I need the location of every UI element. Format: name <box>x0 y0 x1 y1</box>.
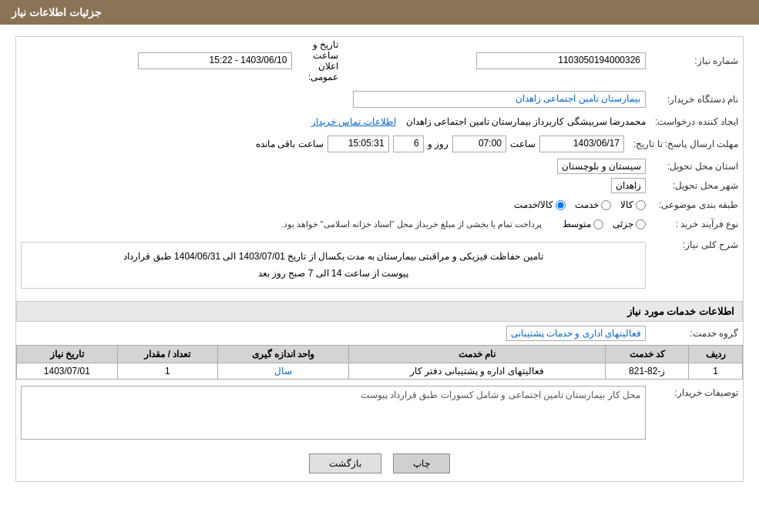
mohlat-ersal-value: 1403/06/17 ساعت 07:00 روز و 6 15:05:31 س… <box>16 133 629 155</box>
page-header: جزئیات اطلاعات نیاز <box>0 0 759 25</box>
radio-jozvi-input[interactable] <box>636 219 646 229</box>
service-table: ردیف کد خدمت نام خدمت واحد اندازه گیری ت… <box>16 345 743 380</box>
saat-value: 07:00 <box>452 136 506 152</box>
radio-kala: کالا <box>620 199 646 210</box>
radio-kala-khedmat: کالا/خدمت <box>514 199 566 210</box>
sharh-value: تامین حفاظت فیزیکی و مراقبتی بیمارستان ب… <box>16 236 650 295</box>
saat-label: ساعت <box>510 139 536 149</box>
shahr-value: زاهدان <box>16 178 650 193</box>
grohe-khedmat-value: فعالیتهای اداری و خدمات پشتیبانی <box>16 326 650 341</box>
table-row: 1 ز-82-821 فعالیتهای اداره و پشتیبانی دف… <box>17 363 743 380</box>
services-section-title: اطلاعات خدمات مورد نیاز <box>16 301 743 322</box>
rooz-label: روز و <box>428 139 448 149</box>
nam-dastgah-value: بیمارستان تامین اجتماعی زاهدان <box>16 89 650 110</box>
nam-dastgah-label: نام دستگاه خریدار: <box>650 89 743 110</box>
farayand-desc: پرداخت تمام یا بخشی از مبلغ خریداز محل "… <box>280 219 542 229</box>
radio-kala-khedmat-input[interactable] <box>556 200 566 210</box>
cell-name: فعالیتهای اداره و پشتیبانی دفتر کار <box>348 363 606 380</box>
ijad-konande-label: ایجاد کننده درخواست: <box>650 114 743 129</box>
sharh-text2: پیوست از ساعت 14 الی 7 صبح روز بعد <box>28 266 639 283</box>
radio-mottaset: متوسط <box>563 219 603 229</box>
mohlat-ersal-label: مهلت ارسال پاسخ: تا تاریخ: <box>629 133 743 155</box>
cell-vahed: سال <box>218 363 348 380</box>
col-kod: کد خدمت <box>606 346 689 363</box>
cell-tedad: 1 <box>117 363 218 380</box>
grohe-khedmat-label: گروه خدمت: <box>650 326 743 341</box>
sharh-label: شرح کلی نیاز: <box>650 236 743 295</box>
sharh-text1: تامین حفاظت فیزیکی و مراقبتی بیمارستان ب… <box>28 249 639 266</box>
baghimande-value: 15:05:31 <box>327 136 389 152</box>
ettelaat-tamas-link[interactable]: اطلاعات تماس خریدار <box>311 116 396 127</box>
col-radif: ردیف <box>689 346 743 363</box>
tabaqe-label: طبقه بندی موضوعی: <box>650 197 743 212</box>
ijad-konande-value: محمدرضا سربیشگی کاربرداز بیمارستان تامین… <box>16 114 650 129</box>
cell-tarikh: 1403/07/01 <box>17 363 118 380</box>
col-tarikh: تاریخ نیاز <box>17 346 118 363</box>
radio-kala-input[interactable] <box>636 200 646 210</box>
shomare-niaz-value: 1103050194000326 <box>343 37 650 85</box>
nove-farayand-label: نوع فرآیند خرید : <box>650 216 743 232</box>
cell-radif: 1 <box>689 363 743 380</box>
tarikh-value: 1403/06/10 - 15:22 <box>16 37 297 85</box>
shahr-label: شهر محل تحویل: <box>650 178 743 193</box>
cell-kod: ز-82-821 <box>606 363 689 380</box>
radio-khedmat: خدمت <box>575 199 611 210</box>
tosif-label: توصیفات خریدار: <box>650 383 743 442</box>
radio-jozvi: جزئی <box>613 219 646 229</box>
bazgasht-button[interactable]: بازگشت <box>309 453 381 473</box>
date-value: 1403/06/17 <box>539 136 624 152</box>
tabaqe-radios: کالا خدمت کالا/خدمت <box>16 197 650 212</box>
col-name: نام خدمت <box>348 346 606 363</box>
ostan-label: استان محل تحویل: <box>650 159 743 174</box>
shomare-niaz-label: شماره نیاز: <box>650 37 743 85</box>
tosif-value: محل کار بیمارستان تامین اجتماعی و شامل ک… <box>16 383 650 442</box>
radio-mottaset-input[interactable] <box>593 219 603 229</box>
button-group: چاپ بازگشت <box>16 453 743 473</box>
tosif-text: محل کار بیمارستان تامین اجتماعی و شامل ک… <box>361 390 640 400</box>
rooz-value: 6 <box>393 136 424 152</box>
col-vahed: واحد اندازه گیری <box>218 346 348 363</box>
ostan-value: سیستان و بلوچستان <box>16 159 650 174</box>
nove-farayand-radios: جزئی متوسط پرداخت تمام یا بخشی از مبلغ خ… <box>16 216 650 232</box>
page-title: جزئیات اطلاعات نیاز <box>12 6 102 18</box>
tarikh-label: تاریخ و ساعت اعلان عمومی: <box>297 37 343 85</box>
baghimande-label: ساعت باقی مانده <box>256 139 324 149</box>
radio-khedmat-input[interactable] <box>601 200 611 210</box>
chap-button[interactable]: چاپ <box>393 453 450 473</box>
col-tedad: تعداد / مقدار <box>117 346 218 363</box>
